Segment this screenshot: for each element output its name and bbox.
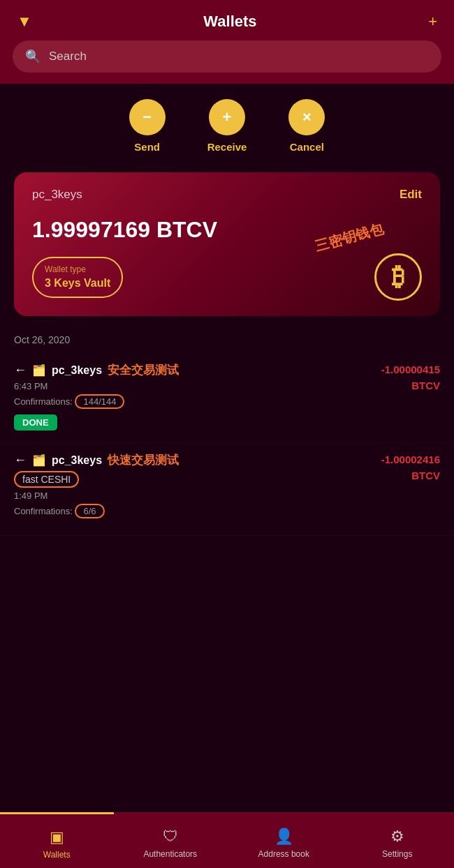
tx-annotation-1: 安全交易测试 (108, 362, 179, 378)
bitcoin-logo-icon: ₿ (374, 253, 422, 301)
nav-authenticators[interactable]: 🛡 Authenticators (114, 812, 228, 868)
wallet-card[interactable]: pc_3keys Edit 1.99997169 BTCV Wallet typ… (14, 172, 440, 316)
send-icon: − (129, 99, 166, 135)
cancel-label: Cancel (290, 141, 324, 153)
tx-amount-value-1: -1.00000415 (381, 364, 440, 375)
tx-amount-2: -1.00002416 BTCV (381, 452, 440, 484)
header-title: Wallets (203, 13, 256, 31)
date-label: Oct 26, 2020 (0, 330, 454, 352)
nav-address-book-label: Address book (258, 849, 309, 859)
tx-confirmations-label-1: Confirmations: (14, 396, 73, 407)
tx-arrow-1: ← (14, 363, 27, 377)
wallet-balance: 1.99997169 BTCV (32, 217, 422, 243)
search-icon: 🔍 (25, 49, 41, 64)
add-wallet-icon[interactable]: + (428, 13, 437, 31)
receive-button[interactable]: + Receive (207, 99, 247, 153)
send-label: Send (134, 141, 160, 153)
wallets-icon: ▣ (50, 828, 64, 846)
nav-authenticators-label: Authenticators (143, 849, 197, 859)
tx-amount-1: -1.00000415 BTCV (381, 362, 440, 394)
tx-wallet-name-2: pc_3keys (52, 454, 102, 467)
tx-subname-2: fast CESHI (14, 471, 79, 488)
tx-wallet-icon-2: 🗂️ (32, 454, 46, 467)
settings-icon: ⚙ (390, 828, 404, 846)
tx-annotation-2: 快速交易测试 (108, 452, 179, 468)
receive-icon: + (209, 99, 245, 135)
tx-status-1: DONE (14, 414, 57, 431)
header: ▼ Wallets + (0, 0, 454, 40)
nav-wallets-label: Wallets (43, 850, 71, 860)
cancel-button[interactable]: × Cancel (288, 99, 325, 153)
tx-wallet-icon-1: 🗂️ (32, 364, 46, 377)
wallet-edit-button[interactable]: Edit (400, 188, 422, 202)
nav-settings[interactable]: ⚙ Settings (341, 812, 455, 868)
tx-confirmations-1: Confirmations: 144/144 (14, 394, 381, 409)
nav-wallets[interactable]: ▣ Wallets (0, 812, 114, 868)
bottom-nav: ▣ Wallets 🛡 Authenticators 👤 Address boo… (0, 812, 454, 868)
tx-confirmations-label-2: Confirmations: (14, 506, 73, 516)
search-input[interactable] (49, 50, 429, 63)
tx-currency-2: BTCV (411, 470, 440, 481)
transaction-item-2[interactable]: ← 🗂️ pc_3keys 快速交易测试 fast CESHI 1:49 PM … (0, 442, 454, 536)
tx-confirmations-value-1: 144/144 (75, 394, 124, 409)
cancel-icon: × (288, 99, 325, 135)
wallet-type-value: 3 Keys Vault (45, 276, 110, 291)
filter-icon[interactable]: ▼ (17, 13, 32, 31)
tx-amount-value-2: -1.00002416 (381, 454, 440, 465)
wallet-type-label: Wallet type (45, 264, 110, 276)
tx-time-2: 1:49 PM (14, 491, 381, 501)
tx-confirmations-2: Confirmations: 6/6 (14, 504, 381, 518)
nav-address-book[interactable]: 👤 Address book (227, 812, 341, 868)
transaction-item-1[interactable]: ← 🗂️ pc_3keys 安全交易测试 6:43 PM Confirmatio… (0, 352, 454, 442)
tx-confirmations-value-2: 6/6 (75, 504, 104, 518)
receive-label: Receive (207, 141, 247, 153)
tx-arrow-2: ← (14, 453, 27, 467)
wallet-card-name: pc_3keys (32, 188, 82, 202)
authenticators-icon: 🛡 (163, 828, 178, 846)
nav-settings-label: Settings (382, 849, 412, 859)
tx-time-1: 6:43 PM (14, 381, 381, 391)
address-book-icon: 👤 (274, 828, 293, 846)
tx-wallet-name-1: pc_3keys (52, 364, 102, 377)
tx-currency-1: BTCV (411, 380, 440, 391)
send-button[interactable]: − Send (129, 99, 166, 153)
action-row: − Send + Receive × Cancel (0, 84, 454, 165)
search-bar: 🔍 (0, 40, 454, 84)
wallet-type-badge: Wallet type 3 Keys Vault (32, 257, 123, 298)
